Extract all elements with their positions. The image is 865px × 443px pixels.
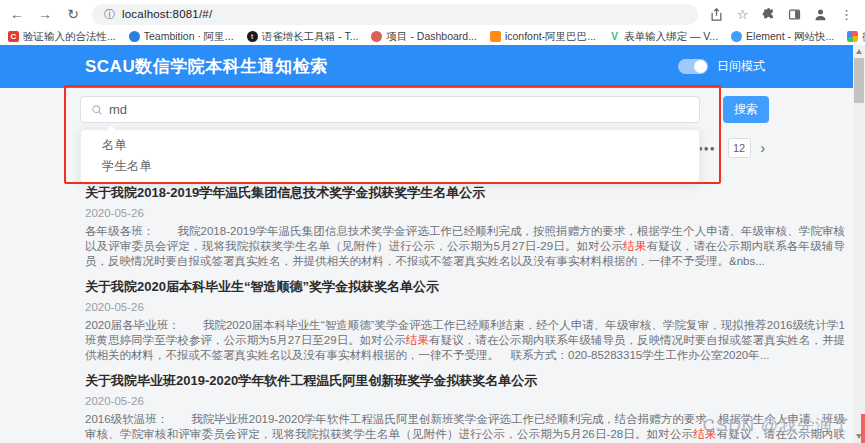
bookmark-item-element[interactable]: Element - 网站快... <box>731 30 834 44</box>
bookmark-star-icon[interactable]: ☆ <box>734 6 751 23</box>
element-favicon-icon <box>731 31 742 42</box>
search-button[interactable]: 搜索 <box>723 96 769 123</box>
toolbox-favicon-icon: t <box>247 31 258 42</box>
csdn-favicon-icon: C <box>8 31 19 42</box>
suggestion-item[interactable]: 学生名单 <box>81 156 699 177</box>
notice-body: 2020届各毕业班： 我院2020届本科毕业生“智造顺德”奖学金评选工作已经顺利… <box>85 318 845 363</box>
notice-date: 2020-05-26 <box>85 395 845 407</box>
notice-item: 关于我院2020届本科毕业生“智造顺德”奖学金拟获奖名单公示 2020-05-2… <box>85 278 845 363</box>
pagination-page-12[interactable]: 12 <box>728 138 751 158</box>
address-bar[interactable]: ⓘ localhost:8081/#/ <box>92 4 698 25</box>
pagination-ellipsis-icon[interactable]: ●●● <box>698 144 716 153</box>
site-info-icon[interactable]: ⓘ <box>104 7 115 22</box>
dashboard-favicon-icon <box>371 31 382 42</box>
browser-window: ← → ↻ ⓘ localhost:8081/#/ ☆ ⋮ C验证输入的合法性.… <box>0 0 865 443</box>
main-content: 搜索 名单 学生名单 ●●● 12 › 关于我院2018-2019学年温氏集团信… <box>0 88 853 443</box>
forward-icon[interactable]: → <box>34 3 56 25</box>
bookmark-item-iconfont[interactable]: iconfont-阿里巴巴... <box>490 30 596 44</box>
page-title: SCAU数信学院本科生通知检索 <box>85 55 328 78</box>
notice-title-link[interactable]: 关于我院毕业班2019-2020学年软件工程温氏阿里创新班奖学金拟获奖名单公示 <box>85 372 845 390</box>
scrollbar-up-icon[interactable] <box>856 49 862 54</box>
url-text: localhost:8081/#/ <box>122 8 212 20</box>
wechat-mini-favicon-icon <box>847 31 858 42</box>
day-mode-group: 日间模式 <box>678 45 765 88</box>
search-icon <box>91 104 103 116</box>
extensions-puzzle-icon[interactable] <box>760 6 777 23</box>
bookmark-item-csdn[interactable]: C验证输入的合法性... <box>8 30 116 44</box>
toggle-knob-icon <box>694 60 707 73</box>
bookmark-item-dashboard[interactable]: 项目 - Dashboard... <box>371 30 476 44</box>
app-header: SCAU数信学院本科生通知检索 日间模式 <box>0 45 853 88</box>
notice-title-link[interactable]: 关于我院2018-2019学年温氏集团信息技术奖学金拟获奖学生名单公示 <box>85 184 845 202</box>
profile-avatar-icon[interactable] <box>812 6 829 23</box>
notice-keyword-highlight: 结果 <box>406 334 429 346</box>
share-icon[interactable] <box>708 6 725 23</box>
notice-date: 2020-05-26 <box>85 301 845 313</box>
browser-chrome-bar: ← → ↻ ⓘ localhost:8081/#/ ☆ ⋮ <box>0 0 865 28</box>
pagination-next-icon[interactable]: › <box>761 140 766 156</box>
iconfont-favicon-icon <box>490 31 501 42</box>
bookmark-item-vue[interactable]: V表单输入绑定 — V... <box>609 30 718 44</box>
pagination: ●●● 12 › <box>698 138 765 158</box>
bookmarks-bar: C验证输入的合法性... Teambition · 阿里... t语雀增长工具箱… <box>0 28 865 45</box>
bookmark-item-teambition[interactable]: Teambition · 阿里... <box>129 30 234 44</box>
csdn-watermark: CSDN @我先润了 <box>703 414 851 437</box>
notice-title-link[interactable]: 关于我院2020届本科毕业生“智造顺德”奖学金拟获奖名单公示 <box>85 278 845 296</box>
day-mode-toggle[interactable] <box>678 59 708 74</box>
notice-keyword-highlight: 结果 <box>623 240 646 252</box>
back-icon[interactable]: ← <box>6 3 28 25</box>
search-input[interactable] <box>109 102 689 117</box>
side-panel-icon[interactable] <box>786 6 803 23</box>
notice-item: 关于我院2018-2019学年温氏集团信息技术奖学金拟获奖学生名单公示 2020… <box>85 184 845 269</box>
day-mode-label: 日间模式 <box>717 58 765 75</box>
notice-date: 2020-05-26 <box>85 207 845 219</box>
suggestion-item[interactable]: 名单 <box>81 135 699 156</box>
watermark-red-strip <box>861 414 865 443</box>
scrollbar-thumb[interactable] <box>854 58 864 103</box>
search-input-wrapper <box>80 96 700 123</box>
reload-icon[interactable]: ↻ <box>62 3 84 25</box>
bookmark-item-wechat-mini[interactable]: 微信小程序接入指... <box>847 30 865 44</box>
browser-menu-icon[interactable]: ⋮ <box>838 6 855 23</box>
teambition-favicon-icon <box>129 31 140 42</box>
vue-favicon-icon: V <box>609 31 620 42</box>
browser-actions: ☆ ⋮ <box>708 6 865 23</box>
bookmark-item-toolbox[interactable]: t语雀增长工具箱 - T... <box>247 30 359 44</box>
search-suggestions-dropdown: 名单 学生名单 <box>80 129 700 183</box>
notice-body: 各年级各班： 我院2018-2019学年温氏集团信息技术奖学金评选工作已经顺利完… <box>85 224 845 269</box>
page-scrollbar <box>853 45 865 443</box>
